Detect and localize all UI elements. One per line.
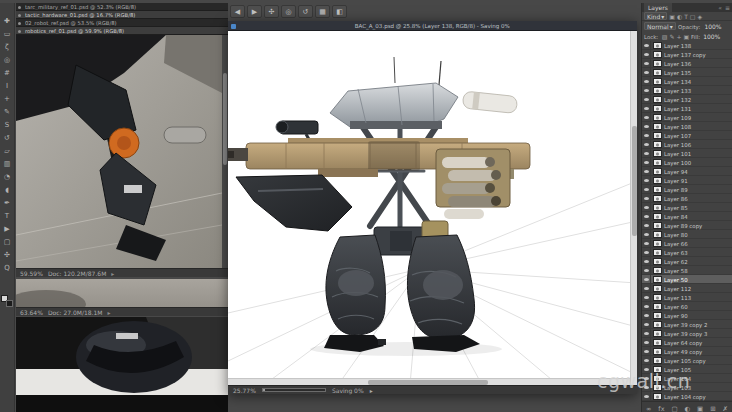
- eraser-tool[interactable]: ▱: [1, 146, 14, 157]
- color-swatches[interactable]: [1, 295, 13, 307]
- filter-shape-layers-icon[interactable]: ▢: [690, 13, 696, 20]
- layer-row[interactable]: Layer 137 copy: [642, 50, 732, 59]
- layer-row[interactable]: Layer 108: [642, 122, 732, 131]
- layer-thumbnail[interactable]: [653, 339, 662, 346]
- layer-row[interactable]: Layer 113: [642, 293, 732, 302]
- close-icon[interactable]: [18, 22, 21, 25]
- visibility-cell[interactable]: [642, 302, 651, 310]
- layer-thumbnail[interactable]: [653, 96, 662, 103]
- visibility-cell[interactable]: [642, 275, 651, 283]
- visibility-cell[interactable]: [642, 257, 651, 265]
- layer-row[interactable]: Layer 131: [642, 104, 732, 113]
- layer-mask-icon[interactable]: ▢: [671, 405, 677, 412]
- layer-row[interactable]: Layer 39 copy 2: [642, 320, 732, 329]
- blur-tool[interactable]: ◔: [1, 172, 14, 183]
- layer-row[interactable]: Layer 89: [642, 185, 732, 194]
- visibility-cell[interactable]: [642, 113, 651, 121]
- layer-effects-icon[interactable]: fx: [658, 405, 664, 412]
- status-menu-icon[interactable]: ▸: [108, 309, 111, 316]
- filter-type-layers-icon[interactable]: T: [684, 13, 688, 20]
- layer-row[interactable]: Layer 138: [642, 41, 732, 50]
- lock-position-icon[interactable]: +: [676, 33, 681, 40]
- filter-pixel-layers-icon[interactable]: ▣: [669, 13, 675, 20]
- layer-row[interactable]: Layer 94: [642, 167, 732, 176]
- layer-row[interactable]: Layer 85: [642, 203, 732, 212]
- history-brush-tool[interactable]: ↺: [1, 133, 14, 144]
- layer-thumbnail[interactable]: [653, 285, 662, 292]
- layer-thumbnail[interactable]: [653, 186, 662, 193]
- layer-thumbnail[interactable]: [653, 303, 662, 310]
- visibility-cell[interactable]: [642, 50, 651, 58]
- path-selection-tool[interactable]: ▶: [1, 224, 14, 235]
- opacity-value[interactable]: 100%: [704, 23, 721, 30]
- layer-thumbnail[interactable]: [653, 348, 662, 355]
- visibility-cell[interactable]: [642, 167, 651, 175]
- link-layers-icon[interactable]: ∞: [646, 405, 651, 412]
- layer-thumbnail[interactable]: [653, 240, 662, 247]
- layer-row[interactable]: Layer 109: [642, 113, 732, 122]
- close-icon[interactable]: [18, 6, 21, 9]
- layer-row[interactable]: Layer 58: [642, 266, 732, 275]
- lock-all-icon[interactable]: ▣: [683, 33, 689, 40]
- scrollbar-thumb[interactable]: [632, 126, 637, 236]
- visibility-cell[interactable]: [642, 122, 651, 130]
- filter-adjustment-layers-icon[interactable]: ◐: [677, 13, 682, 20]
- healing-brush-tool[interactable]: +: [1, 94, 14, 105]
- shape-tool[interactable]: ▢: [1, 237, 14, 248]
- layer-row[interactable]: Layer 104 copy: [642, 392, 732, 401]
- visibility-cell[interactable]: [642, 347, 651, 355]
- layer-thumbnail[interactable]: [653, 222, 662, 229]
- visibility-cell[interactable]: [642, 248, 651, 256]
- close-icon[interactable]: [18, 30, 21, 33]
- visibility-cell[interactable]: [642, 158, 651, 166]
- layer-row[interactable]: Layer 136: [642, 59, 732, 68]
- ref-document-titlebar[interactable]: tarc_military_ref_01.psd @ 52.3% (RGB/8): [16, 3, 228, 11]
- rotate-view-button[interactable]: ↺: [298, 5, 313, 18]
- visibility-cell[interactable]: [642, 311, 651, 319]
- panel-menu-icon[interactable]: ≡: [725, 4, 730, 11]
- layer-row[interactable]: Layer 84: [642, 212, 732, 221]
- visibility-cell[interactable]: [642, 212, 651, 220]
- layer-thumbnail[interactable]: [653, 195, 662, 202]
- visibility-cell[interactable]: [642, 176, 651, 184]
- layer-thumbnail[interactable]: [653, 159, 662, 166]
- lock-pixels-icon[interactable]: ✎: [669, 33, 674, 40]
- reference-window-helmet-photo[interactable]: [16, 317, 228, 412]
- layer-row[interactable]: Layer 133: [642, 86, 732, 95]
- visibility-cell[interactable]: [642, 230, 651, 238]
- hand-tool[interactable]: ✣: [1, 250, 14, 261]
- reference-window-strip[interactable]: 63.64% Doc: 27.0M/18.1M ▸: [16, 279, 228, 316]
- zoom-field[interactable]: 59.59%: [20, 270, 43, 277]
- layer-thumbnail[interactable]: [653, 294, 662, 301]
- layer-thumbnail[interactable]: [653, 249, 662, 256]
- blend-mode-select[interactable]: Normal ▾: [644, 22, 676, 30]
- layer-thumbnail[interactable]: [653, 150, 662, 157]
- layer-row[interactable]: Layer 60: [642, 302, 732, 311]
- visibility-cell[interactable]: [642, 59, 651, 67]
- ref-document-titlebar[interactable]: tactic_hardware_01.psd @ 16.7% (RGB/8): [16, 11, 228, 19]
- visibility-cell[interactable]: [642, 77, 651, 85]
- layer-thumbnail[interactable]: [653, 267, 662, 274]
- layer-thumbnail[interactable]: [653, 42, 662, 49]
- layer-thumbnail[interactable]: [653, 321, 662, 328]
- gradient-tool[interactable]: ▥: [1, 159, 14, 170]
- layer-row[interactable]: Layer 49 copy: [642, 347, 732, 356]
- main-document-titlebar[interactable]: BAC_A_03.psd @ 25.8% (Layer 138, RGB/8) …: [228, 21, 637, 31]
- visibility-cell[interactable]: [642, 41, 651, 49]
- layer-row[interactable]: Layer 91: [642, 176, 732, 185]
- brush-tool[interactable]: ✎: [1, 107, 14, 118]
- arrange-documents-button[interactable]: ▦: [315, 5, 330, 18]
- layer-row[interactable]: Layer 107: [642, 131, 732, 140]
- layer-thumbnail[interactable]: [653, 123, 662, 130]
- layer-thumbnail[interactable]: [653, 312, 662, 319]
- layer-row[interactable]: Layer 39 copy 3: [642, 329, 732, 338]
- close-icon[interactable]: [18, 14, 21, 17]
- canvas[interactable]: [228, 31, 637, 385]
- delete-layer-icon[interactable]: ✗: [723, 405, 728, 412]
- nav-forward-button[interactable]: ▶: [247, 5, 262, 18]
- layer-row[interactable]: Layer 80: [642, 230, 732, 239]
- zoom-tool[interactable]: Q: [1, 263, 14, 274]
- nav-back-button[interactable]: ◀: [230, 5, 245, 18]
- layer-thumbnail[interactable]: [653, 204, 662, 211]
- layer-thumbnail[interactable]: [653, 51, 662, 58]
